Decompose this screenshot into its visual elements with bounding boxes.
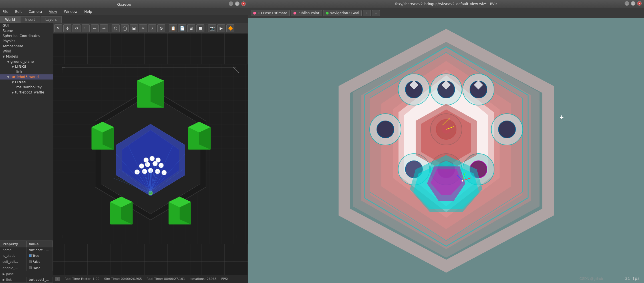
tree-label: Physics [3,39,15,43]
box-button[interactable]: ⬡ [112,24,120,32]
dir-light-button[interactable]: ⊘ [157,24,165,32]
menu-window[interactable]: Window [63,9,79,14]
tree-item-wind[interactable]: Wind [0,49,53,54]
translate-tool-button[interactable]: ✛ [63,24,71,32]
tree-item-models[interactable]: ▼ Models [0,54,53,59]
prop-val-link: turtlebot3_w... [27,277,53,282]
prop-val-is-static[interactable]: True [27,253,53,259]
tree-item-ros-symbol[interactable]: ros_symbol::sy... [0,85,53,90]
gazebo-body: GUI Scene Spherical Coordinates Physics … [0,23,248,283]
remove-tool-button[interactable]: − [372,10,380,16]
svg-text:31 fps: 31 fps [625,276,640,281]
world-tree: GUI Scene Spherical Coordinates Physics … [0,23,53,241]
tree-item-links-1[interactable]: ▼ LINKS [0,64,53,69]
tree-label: Wind [3,49,11,53]
publish-point-button[interactable]: Publish Point [291,10,322,16]
copy-button[interactable]: 📋 [169,24,177,32]
tree-item-spherical[interactable]: Spherical Coordinates [0,33,53,38]
property-row-is-static: is_static True [0,253,53,259]
status-bar: ⏸ Real Time Factor: 1.00 Sim Time: 00:00… [53,275,248,283]
rviz-close-button[interactable]: ✕ [637,1,642,6]
prop-val-self-coll[interactable]: False [27,259,53,265]
settings-button[interactable]: 🔶 [226,24,234,32]
tree-item-ground-plane[interactable]: ▼ ground_plane [0,59,53,64]
expand-icon: ▼ [7,60,9,63]
scale-tool-button[interactable]: ⬚ [82,24,90,32]
checkbox-self-coll[interactable] [29,260,32,263]
tree-item-turtlebot3-world[interactable]: ▼ turtlebot3_world [0,74,53,80]
pause-button[interactable]: ⏸ [55,277,60,281]
toolbar-separator-3 [206,25,206,32]
svg-point-77 [377,121,394,138]
tree-label: LINKS [15,65,27,69]
sim-time: Sim Time: 00:00:26.965 [104,277,142,281]
prop-key-is-static: is_static [0,253,27,259]
sphere-button[interactable]: ◯ [121,24,129,32]
expand-icon: ▶ [3,272,5,276]
paste-button[interactable]: 📄 [178,24,186,32]
rviz-minimize-button[interactable]: _ [625,1,629,6]
align-button[interactable]: ⊞ [187,24,195,32]
tab-layers[interactable]: Layers [41,16,62,23]
rviz-wm-buttons: _ □ ✕ [625,1,642,6]
tree-item-atmosphere[interactable]: Atmosphere [0,44,53,49]
point-light-button[interactable]: ☀ [139,24,147,32]
rviz-window: foxy/share/nav2_bringup/rviz/nav2_defaul… [248,0,644,283]
rviz-title: foxy/share/nav2_bringup/rviz/nav2_defaul… [251,2,642,6]
menu-help[interactable]: Help [83,9,93,14]
tree-label: LINKS [15,80,27,84]
toolbar: ↖ ✛ ↻ ⬚ ← → ⬡ ◯ ▣ ☀ ⚡ ⊘ 📋 📄 ⊞ 🔲 📷 [53,23,248,33]
select-tool-button[interactable]: ↖ [54,24,62,32]
record-button[interactable]: ▶ [217,24,225,32]
tab-insert[interactable]: Insert [20,16,40,23]
prop-val-name[interactable]: turtlebot3_w... [27,247,53,253]
tree-item-physics[interactable]: Physics [0,38,53,44]
tree-item-scene[interactable]: Scene [0,28,53,33]
pose-estimate-button[interactable]: 2D Pose Estimate [251,10,290,16]
tree-item-gui[interactable]: GUI [0,23,53,28]
rviz-maximize-button[interactable]: □ [631,1,635,6]
rviz-body[interactable]: + 31 fps CSDN @github [248,18,644,283]
maximize-button[interactable]: □ [235,1,240,6]
add-tool-button[interactable]: + [363,10,371,16]
expand-icon: ▼ [12,65,14,68]
tree-item-links-2[interactable]: ▼ LINKS [0,80,53,85]
menu-file[interactable]: File [1,9,9,14]
gazebo-menubar: File Edit Camera View Window Help [0,8,248,15]
expand-icon: ▶ [3,278,5,282]
rviz-viewport[interactable]: + 31 fps CSDN @github [248,18,644,283]
menu-camera[interactable]: Camera [27,9,43,14]
main-viewport: ↖ ✛ ↻ ⬚ ← → ⬡ ◯ ▣ ☀ ⚡ ⊘ 📋 📄 ⊞ 🔲 📷 [53,23,248,283]
property-row-name: name turtlebot3_w... [0,247,53,253]
screenshot-button[interactable]: 📷 [208,24,216,32]
menu-edit[interactable]: Edit [14,9,23,14]
tree-label: Spherical Coordinates [3,34,40,38]
tab-world[interactable]: World [0,16,20,23]
undo-button[interactable]: ← [91,24,99,32]
snap-button[interactable]: 🔲 [196,24,204,32]
rviz-scene-svg: + 31 fps CSDN @github [248,18,644,283]
tree-item-waffle[interactable]: ▶ turtlebot3_waffle [0,90,53,95]
viewport-canvas[interactable] [53,33,248,275]
rotate-tool-button[interactable]: ↻ [73,24,80,32]
close-button[interactable]: ✕ [241,1,246,6]
fps-label: FPS: [221,277,228,281]
nav2-goal-label: Navigation2 Goal [330,11,359,15]
property-row-pose[interactable]: ▶ pose [0,271,53,277]
publish-point-dot [293,12,296,15]
expand-icon: ▶ [12,91,14,94]
checkbox-is-static[interactable] [29,254,32,257]
prop-key-link[interactable]: ▶ link [0,277,27,282]
menu-view[interactable]: View [48,9,58,14]
property-row-enable: enable_... False [0,265,53,272]
prop-val-enable[interactable]: False [27,265,53,271]
redo-button[interactable]: → [100,24,108,32]
cylinder-button[interactable]: ▣ [130,24,138,32]
real-time-factor: Real Time Factor: 1.00 [65,277,100,281]
checkbox-enable[interactable] [29,266,32,269]
toolbar-separator [110,25,110,32]
minimize-button[interactable]: _ [229,1,233,6]
nav2-goal-button[interactable]: Navigation2 Goal [323,10,362,16]
tree-item-link[interactable]: link [0,69,53,74]
spot-light-button[interactable]: ⚡ [148,24,156,32]
